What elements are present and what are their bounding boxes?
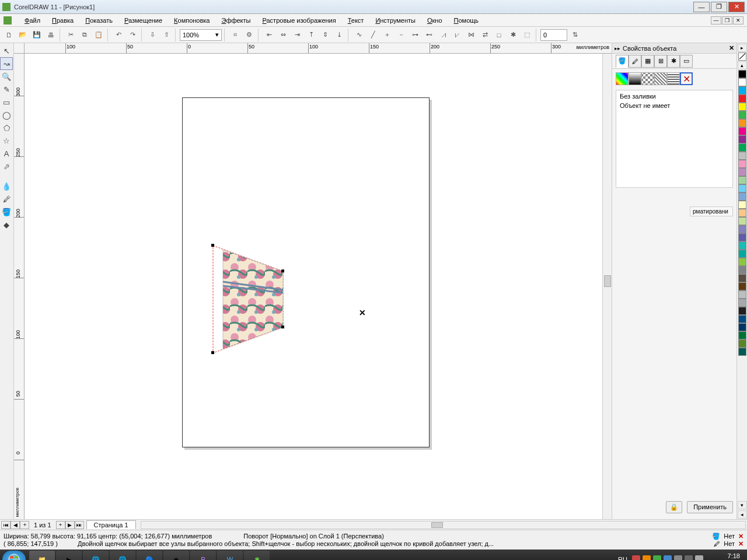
docker-tab-6[interactable]: ▭: [680, 55, 693, 68]
swatch-6[interactable]: [738, 119, 746, 127]
swatch-12[interactable]: [738, 168, 746, 176]
task-ie[interactable]: 🌐: [83, 551, 109, 560]
swatch-2[interactable]: [738, 86, 746, 94]
swatch-7[interactable]: [738, 127, 746, 135]
page-last-icon[interactable]: ⏭: [75, 521, 84, 529]
swatch-31[interactable]: [738, 323, 746, 331]
freehand-tool[interactable]: ✎: [0, 83, 13, 96]
new-icon[interactable]: 🗋: [2, 29, 15, 41]
cusp-icon[interactable]: ⩘: [437, 29, 449, 41]
curve-icon[interactable]: ∿: [352, 29, 365, 41]
tray-icon-4[interactable]: [664, 555, 672, 560]
swatch-21[interactable]: [738, 242, 746, 250]
swatch-5[interactable]: [738, 111, 746, 119]
zoom-select[interactable]: 100%▾: [180, 29, 222, 41]
align-left-icon[interactable]: ⇤: [263, 29, 275, 41]
swatch-25[interactable]: [738, 274, 746, 282]
tray-power-icon[interactable]: [685, 555, 693, 560]
docker-tab-outline[interactable]: 🖉: [629, 55, 641, 68]
docker-tab-fill[interactable]: 🪣: [616, 55, 629, 68]
menu-bitmaps[interactable]: Растровые изображения: [257, 16, 342, 25]
align-middle-icon[interactable]: ⇕: [319, 29, 331, 41]
text-tool[interactable]: A: [0, 147, 13, 160]
menu-effects[interactable]: Эффекты: [215, 16, 256, 25]
handle-bl[interactable]: [211, 351, 214, 354]
selected-object[interactable]: [212, 245, 284, 354]
align-center-icon[interactable]: ⇔: [277, 29, 289, 41]
task-corel[interactable]: ✱: [244, 551, 270, 560]
node-join-icon[interactable]: ⊶: [409, 29, 421, 41]
palette-expand-icon[interactable]: ◂: [738, 510, 747, 519]
canvas[interactable]: ✕: [25, 54, 612, 519]
redo-icon[interactable]: ↷: [126, 29, 139, 41]
swatch-15[interactable]: [738, 192, 746, 201]
menu-view[interactable]: Показать: [79, 16, 118, 25]
prop-spinner[interactable]: ⇅: [568, 29, 581, 41]
ruler-corner[interactable]: [14, 43, 25, 54]
vscroll-thumb[interactable]: [604, 275, 611, 287]
apply-button[interactable]: Применить: [687, 501, 733, 513]
align-top-icon[interactable]: ⤒: [305, 29, 317, 41]
docker-tab-4[interactable]: ⊞: [654, 55, 667, 68]
swatch-8[interactable]: [738, 135, 746, 144]
horizontal-ruler[interactable]: миллиметров 10050050100150200250300: [25, 43, 612, 54]
export-icon[interactable]: ⇧: [160, 29, 173, 41]
swatch-24[interactable]: [738, 266, 746, 274]
tray-icon-3[interactable]: [653, 555, 661, 560]
prop-value[interactable]: 0: [540, 29, 567, 41]
fill-texture[interactable]: [654, 72, 667, 85]
task-wmp[interactable]: ▶: [56, 551, 82, 560]
swatch-14[interactable]: [738, 184, 746, 192]
tray-icon-1[interactable]: [632, 555, 640, 560]
shape-tool[interactable]: ↝: [0, 57, 13, 70]
swatch-10[interactable]: [738, 152, 746, 160]
swatch-34[interactable]: [738, 348, 746, 356]
format-button[interactable]: рматировани: [690, 206, 733, 216]
swatch-11[interactable]: [738, 160, 746, 168]
tray-clock[interactable]: 7:1807.05.2013: [708, 552, 740, 560]
fill-fountain[interactable]: [629, 72, 641, 85]
symm-icon[interactable]: ⋈: [465, 29, 477, 41]
page-tab[interactable]: Страница 1: [86, 520, 136, 529]
handle-tl[interactable]: [211, 244, 214, 247]
rectangle-tool[interactable]: ▭: [0, 96, 13, 108]
fill-postscript[interactable]: [667, 72, 680, 85]
swatch-16[interactable]: [738, 201, 746, 209]
cut-icon[interactable]: ✂: [64, 29, 77, 41]
page-prev-icon[interactable]: ◀: [11, 521, 20, 529]
elastic-icon[interactable]: ✱: [507, 29, 519, 41]
menu-file[interactable]: Файл: [19, 16, 46, 25]
menu-window[interactable]: Окно: [421, 16, 448, 25]
swatch-29[interactable]: [738, 307, 746, 315]
vertical-ruler[interactable]: миллиметров 300250200150100500: [14, 54, 25, 519]
menu-layout[interactable]: Размещение: [118, 16, 168, 25]
snap-icon[interactable]: ⌗: [229, 29, 242, 41]
swatch-33[interactable]: [738, 340, 746, 348]
horizontal-scrollbar[interactable]: [141, 521, 746, 529]
eyedropper-tool[interactable]: 💧: [0, 180, 13, 192]
tray-icon-2[interactable]: [643, 555, 651, 560]
node-add-icon[interactable]: ＋: [381, 29, 393, 41]
copy-icon[interactable]: ⧉: [78, 29, 91, 41]
node-break-icon[interactable]: ⊷: [423, 29, 435, 41]
mdi-close[interactable]: ✕: [733, 16, 743, 24]
outline-tool[interactable]: 🖉: [0, 192, 13, 205]
swatch-19[interactable]: [738, 225, 746, 233]
vanishing-point[interactable]: ✕: [359, 308, 366, 317]
tray-icons[interactable]: [632, 555, 703, 560]
align-bottom-icon[interactable]: ⤓: [333, 29, 345, 41]
docker-close-icon[interactable]: ✕: [729, 44, 734, 52]
swatch-4[interactable]: [738, 103, 746, 111]
hscroll-thumb[interactable]: [431, 522, 443, 528]
start-button[interactable]: [2, 551, 26, 560]
tray-volume-icon[interactable]: [695, 555, 703, 560]
fill-uniform[interactable]: [616, 72, 629, 85]
docker-tab-5[interactable]: ✱: [667, 55, 680, 68]
palette-up-icon[interactable]: ▴: [738, 61, 747, 69]
page-add-before-icon[interactable]: ＋: [20, 521, 29, 529]
swatch-27[interactable]: [738, 290, 746, 299]
vertical-scrollbar[interactable]: [602, 54, 612, 519]
task-word[interactable]: W: [217, 551, 243, 560]
task-chrome[interactable]: ◉: [163, 551, 189, 560]
handle-br[interactable]: [281, 326, 284, 328]
